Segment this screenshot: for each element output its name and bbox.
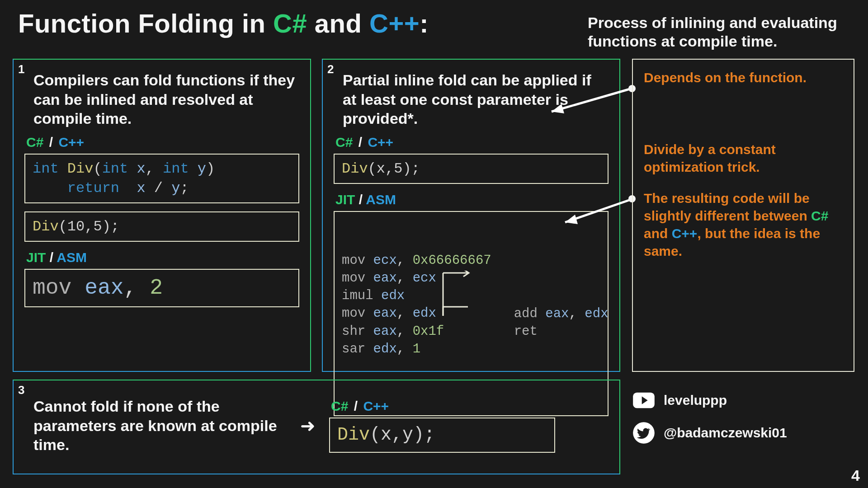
title-cpp: C++ bbox=[369, 9, 420, 38]
panel-number: 3 bbox=[18, 383, 24, 397]
lang-cpp: C++ bbox=[368, 135, 393, 150]
note-result-diff: The resulting code will be slightly diff… bbox=[644, 189, 843, 260]
asm-text: ASM bbox=[366, 192, 396, 207]
lang-slash: / bbox=[354, 399, 358, 413]
panel-desc: Compilers can fold functions if they can… bbox=[33, 70, 299, 128]
lang-label: C# / C++ bbox=[331, 399, 609, 414]
jit-text: JIT bbox=[335, 192, 355, 207]
notes-side-panel: Depends on the function. Divide by a con… bbox=[632, 59, 854, 372]
title-csharp: C# bbox=[273, 9, 307, 38]
title-colon: : bbox=[420, 9, 429, 38]
lang-label: C# / C++ bbox=[335, 135, 609, 150]
panel-number: 1 bbox=[18, 62, 24, 76]
youtube-link[interactable]: leveluppp bbox=[632, 389, 854, 412]
arrow-right-icon: ➜ bbox=[300, 415, 316, 436]
code-call-vars: Div(x,y); bbox=[329, 418, 555, 453]
panel-number: 2 bbox=[327, 62, 334, 76]
note-depends: Depends on the function. bbox=[644, 69, 843, 86]
title-and: and bbox=[307, 9, 369, 38]
jit-slash: / bbox=[359, 192, 363, 207]
title-prefix: Function Folding in bbox=[18, 9, 273, 38]
twitter-link[interactable]: @badamczewski01 bbox=[632, 421, 854, 445]
panel-desc: Cannot fold if none of the parameters ar… bbox=[33, 397, 287, 455]
lang-csharp: C# bbox=[26, 135, 43, 150]
note-div-trick: Divide by a constant optimization trick. bbox=[644, 141, 843, 176]
jit-label: JIT / ASM bbox=[335, 192, 609, 207]
panel-partial-fold: 2 Partial inline fold can be applied if … bbox=[322, 59, 620, 372]
twitter-handle: @badamczewski01 bbox=[664, 425, 787, 441]
lang-slash: / bbox=[359, 135, 362, 150]
header: Function Folding in C# and C++: Process … bbox=[18, 8, 850, 49]
page-number: 4 bbox=[851, 467, 860, 484]
lang-csharp: C# bbox=[331, 399, 348, 413]
youtube-icon bbox=[632, 389, 656, 412]
lang-cpp: C++ bbox=[363, 399, 389, 413]
lang-csharp: C# bbox=[335, 135, 353, 150]
asm-col-right: add eax, edx ret bbox=[514, 252, 609, 358]
asm-output-folded: mov eax, 2 bbox=[24, 269, 299, 307]
asm-text: ASM bbox=[57, 250, 87, 265]
panel-no-fold: 3 Cannot fold if none of the parameters … bbox=[13, 380, 620, 474]
jit-slash: / bbox=[50, 250, 53, 265]
lang-slash: / bbox=[49, 135, 53, 150]
jit-label: JIT / ASM bbox=[26, 250, 299, 265]
code-call-partial: Div(x,5); bbox=[334, 154, 609, 184]
lang-label: C# / C++ bbox=[26, 135, 299, 150]
lang-cpp: C++ bbox=[58, 135, 84, 150]
subtitle: Process of inlining and evaluating funct… bbox=[588, 14, 850, 51]
panel-desc: Partial inline fold can be applied if at… bbox=[343, 70, 609, 128]
code-function-def: int Div(int x, int y) return x / y; bbox=[24, 154, 299, 203]
code-call-const: Div(10,5); bbox=[24, 211, 299, 242]
panel-full-fold: 1 Compilers can fold functions if they c… bbox=[13, 59, 311, 372]
jit-text: JIT bbox=[26, 250, 46, 265]
twitter-icon bbox=[632, 421, 656, 445]
youtube-handle: leveluppp bbox=[664, 393, 727, 408]
social-links: leveluppp @badamczewski01 bbox=[632, 389, 854, 454]
asm-col-left: mov ecx, 0x66666667 mov eax, ecx imul ed… bbox=[342, 252, 491, 358]
